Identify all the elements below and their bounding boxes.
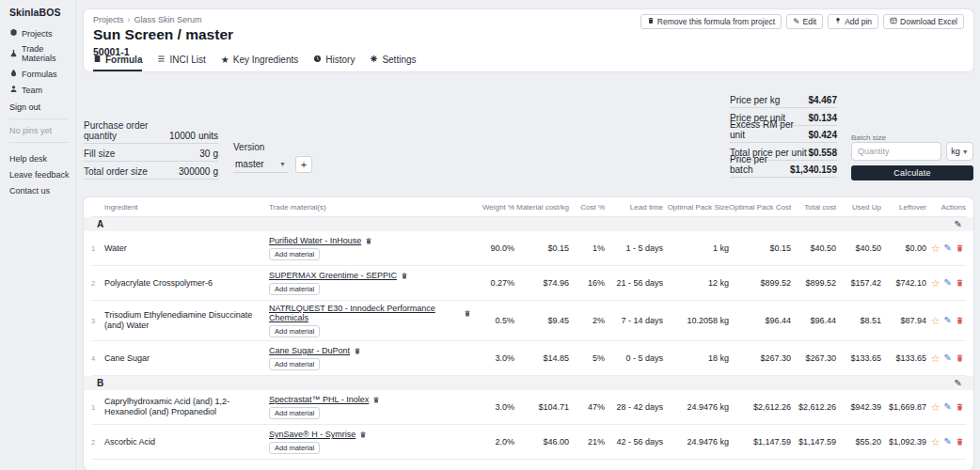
ingredient-name: Ascorbic Acid bbox=[104, 437, 269, 447]
calculate-button[interactable]: Calculate bbox=[851, 165, 973, 180]
version-label: Version bbox=[233, 142, 264, 152]
delete-row-icon[interactable] bbox=[956, 437, 964, 446]
add-material-button[interactable]: Add material bbox=[269, 358, 320, 370]
remove-material-icon[interactable] bbox=[401, 272, 408, 280]
lead-time: 28 - 42 days bbox=[605, 402, 663, 412]
sign-out-link[interactable]: Sign out bbox=[9, 102, 70, 112]
trade-material-link[interactable]: Spectrastat™ PHL - Inolex bbox=[269, 395, 369, 404]
tab-key-ingredients[interactable]: ★ Key Ingredients bbox=[221, 55, 298, 71]
total-order-size-field[interactable]: Total order size 300000g bbox=[84, 164, 218, 180]
list-icon bbox=[157, 55, 166, 65]
sidebar: SkinlaBOS Projects Trade Materials Formu… bbox=[0, 0, 76, 470]
optimal-pack-cost: $1,147.59 bbox=[729, 437, 791, 446]
download-excel-button[interactable]: Download Excel bbox=[883, 14, 964, 29]
favorite-icon[interactable]: ☆ bbox=[931, 278, 940, 289]
total-cost: $40.50 bbox=[791, 243, 836, 253]
version-select[interactable]: master ▼ bbox=[233, 156, 288, 173]
price-value: $0.134 bbox=[808, 113, 837, 123]
edit-row-icon[interactable]: ✎ bbox=[944, 353, 952, 363]
purchase-order-quantity-field[interactable]: Purchase order quantity 10000units bbox=[84, 129, 218, 144]
edit-row-icon[interactable]: ✎ bbox=[944, 402, 952, 412]
add-material-button[interactable]: Add material bbox=[269, 248, 320, 260]
batch-unit-select[interactable]: kg ▼ bbox=[946, 142, 973, 161]
material-cost-per-kg: $9.45 bbox=[514, 316, 569, 325]
breadcrumb-current: Glass Skin Serum bbox=[134, 15, 202, 24]
document-icon bbox=[93, 55, 102, 65]
tab-settings[interactable]: Settings bbox=[370, 55, 416, 71]
table-row: 2 Ascorbic Acid SynSave® H - Symrise Add… bbox=[91, 425, 966, 460]
sidebar-item-team[interactable]: Team bbox=[9, 85, 70, 95]
tab-inci-list[interactable]: INCI List bbox=[157, 55, 205, 71]
gear-icon bbox=[370, 55, 378, 65]
field-value: 30g bbox=[199, 149, 218, 159]
trash-icon bbox=[647, 17, 655, 26]
trade-material-link[interactable]: NATRLQUEST E30 - Innodeck Performance Ch… bbox=[269, 304, 460, 322]
weight-percent: 0.27% bbox=[471, 278, 514, 288]
delete-row-icon[interactable] bbox=[956, 316, 964, 325]
tab-formula[interactable]: Formula bbox=[93, 55, 142, 71]
batch-size-label: Batch size bbox=[851, 133, 886, 142]
remove-formula-button[interactable]: Remove this formula from project bbox=[640, 14, 782, 29]
used-up: $133.65 bbox=[836, 353, 881, 363]
field-value: 300000g bbox=[179, 166, 218, 177]
remove-material-icon[interactable] bbox=[372, 396, 380, 404]
add-version-button[interactable]: + bbox=[295, 156, 312, 173]
weight-percent: 3.0% bbox=[471, 402, 514, 412]
add-material-button[interactable]: Add material bbox=[269, 283, 320, 295]
add-material-button[interactable]: Add material bbox=[269, 407, 320, 419]
version-value: master bbox=[235, 159, 264, 169]
price-value: $0.424 bbox=[808, 130, 837, 140]
sidebar-item-label: Team bbox=[22, 86, 42, 95]
col-total-cost: Total cost bbox=[791, 203, 836, 212]
leave-feedback-link[interactable]: Leave feedback bbox=[9, 170, 70, 180]
remove-material-icon[interactable] bbox=[354, 347, 361, 355]
trade-material-link[interactable]: SUPERMAX Greentime - SEPPIC bbox=[269, 271, 397, 280]
favorite-icon[interactable]: ☆ bbox=[931, 402, 940, 413]
edit-row-icon[interactable]: ✎ bbox=[944, 316, 952, 325]
material-cost-per-kg: $0.15 bbox=[514, 243, 569, 253]
tab-label: Settings bbox=[382, 55, 416, 65]
edit-row-icon[interactable]: ✎ bbox=[944, 243, 952, 253]
edit-phase-icon[interactable]: ✎ bbox=[955, 219, 966, 229]
col-material-cost: Material cost/kg bbox=[514, 203, 569, 212]
edit-phase-icon[interactable]: ✎ bbox=[955, 378, 966, 388]
material-cost-per-kg: $14.85 bbox=[514, 353, 569, 363]
sidebar-item-formulas[interactable]: Formulas bbox=[9, 69, 70, 79]
star-icon: ★ bbox=[221, 55, 229, 65]
favorite-icon[interactable]: ☆ bbox=[931, 243, 940, 254]
edit-button[interactable]: ✎ Edit bbox=[786, 14, 823, 29]
sidebar-item-trade-materials[interactable]: Trade Materials bbox=[9, 44, 70, 63]
chevron-down-icon: ▼ bbox=[962, 149, 969, 155]
delete-row-icon[interactable] bbox=[956, 278, 964, 288]
add-material-button[interactable]: Add material bbox=[269, 325, 320, 337]
batch-quantity-input[interactable] bbox=[851, 142, 941, 161]
add-pin-button[interactable]: Add pin bbox=[828, 14, 878, 29]
tab-label: Formula bbox=[105, 55, 142, 65]
favorite-icon[interactable]: ☆ bbox=[931, 437, 940, 447]
table-row: 2 Polyacrylate Crosspolymer-6 SUPERMAX G… bbox=[91, 266, 966, 301]
add-material-button[interactable]: Add material bbox=[269, 442, 320, 454]
delete-row-icon[interactable] bbox=[956, 243, 964, 253]
sidebar-divider bbox=[9, 142, 68, 143]
trade-material-link[interactable]: SynSave® H - Symrise bbox=[269, 430, 356, 439]
breadcrumb-projects-link[interactable]: Projects bbox=[93, 15, 124, 24]
optimal-pack-cost: $0.15 bbox=[729, 243, 791, 253]
remove-material-icon[interactable] bbox=[464, 309, 471, 318]
tab-history[interactable]: History bbox=[313, 55, 355, 71]
help-desk-link[interactable]: Help desk bbox=[9, 154, 70, 164]
edit-row-icon[interactable]: ✎ bbox=[944, 278, 952, 288]
used-up: $942.39 bbox=[836, 402, 881, 412]
edit-row-icon[interactable]: ✎ bbox=[944, 437, 952, 446]
delete-row-icon[interactable] bbox=[956, 353, 964, 363]
contact-us-link[interactable]: Contact us bbox=[9, 186, 70, 196]
sidebar-item-projects[interactable]: Projects bbox=[9, 28, 70, 39]
trade-material-link[interactable]: Cane Sugar - DuPont bbox=[269, 346, 350, 355]
lead-time: 7 - 14 days bbox=[605, 316, 663, 325]
trade-material-link[interactable]: Purified Water - InHouse bbox=[269, 236, 361, 245]
remove-material-icon[interactable] bbox=[359, 431, 367, 439]
favorite-icon[interactable]: ☆ bbox=[931, 353, 940, 364]
delete-row-icon[interactable] bbox=[956, 402, 964, 412]
remove-material-icon[interactable] bbox=[365, 237, 372, 245]
fill-size-field[interactable]: Fill size 30g bbox=[84, 147, 218, 162]
favorite-icon[interactable]: ☆ bbox=[931, 316, 940, 326]
